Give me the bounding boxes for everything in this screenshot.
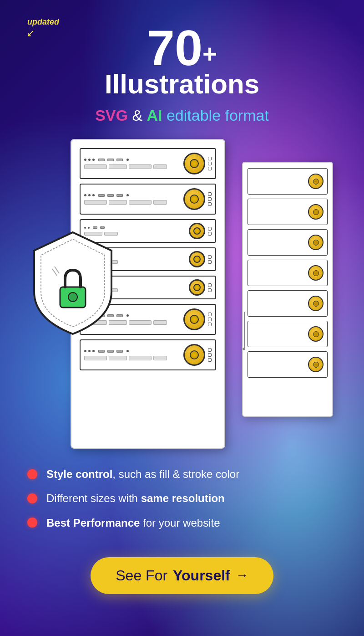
server-back-2 <box>248 199 328 225</box>
feature-rest-2a: Different sizes with <box>46 492 141 504</box>
back-disk-2 <box>308 204 324 220</box>
server-back-7 <box>248 351 328 378</box>
svg-point-1 <box>68 292 77 302</box>
cta-label-normal: See For <box>116 567 167 584</box>
title-illustrations: Illustrations <box>27 68 337 100</box>
feature-text-2: Different sizes with same resolution <box>46 491 225 505</box>
server-unit-2 <box>80 184 216 215</box>
disk-icon-5 <box>189 279 205 296</box>
back-disk-1 <box>308 174 324 189</box>
updated-label: updated <box>27 17 59 27</box>
subtitle-rest: editable format <box>162 107 269 124</box>
shield-icon <box>23 226 123 339</box>
feature-item-3: Best Performance for your website <box>27 516 337 530</box>
disk-icon-3 <box>189 223 205 239</box>
feature-rest-1: , such as fill & stroke color <box>112 468 239 480</box>
subtitle-and: & <box>128 107 147 124</box>
back-disk-6 <box>308 326 324 342</box>
bullet-3 <box>27 518 37 528</box>
disk-icon-2 <box>183 188 205 210</box>
bullet-2 <box>27 493 37 503</box>
illustration-area <box>0 134 364 453</box>
subtitle: SVG & AI editable format <box>27 105 337 125</box>
shield-container <box>23 226 123 341</box>
server-unit-1 <box>80 148 216 179</box>
server-back-4 <box>248 260 328 286</box>
feature-bold-1: Style control <box>46 468 112 480</box>
updated-arrow-icon: ↙ <box>26 27 35 39</box>
title-plus: + <box>202 40 217 68</box>
bullet-1 <box>27 469 37 479</box>
cta-label-bold: Yourself <box>173 567 230 584</box>
feature-item-1: Style control, such as fill & stroke col… <box>27 467 337 481</box>
cta-arrow-icon: → <box>236 568 248 583</box>
back-disk-3 <box>308 235 324 250</box>
server-card-back <box>242 162 333 417</box>
subtitle-ai: AI <box>147 107 162 124</box>
page-content: updated ↙ 70+ Illustrations SVG & AI edi… <box>0 0 364 636</box>
feature-rest-3: for your website <box>140 517 220 529</box>
feature-text-3: Best Performance for your website <box>46 516 220 530</box>
disk-icon-6 <box>183 308 205 330</box>
back-disk-7 <box>308 357 324 372</box>
disk-icon-7 <box>183 344 205 366</box>
feature-bold-2: same resolution <box>141 492 225 504</box>
server-back-3 <box>248 229 328 256</box>
feature-item-2: Different sizes with same resolution <box>27 491 337 505</box>
feature-bold-3: Best Performance <box>46 517 140 529</box>
server-back-1 <box>248 168 328 195</box>
connector-line <box>244 312 245 349</box>
server-unit-7 <box>80 339 216 370</box>
title-number: 70 <box>147 23 202 73</box>
back-disk-5 <box>308 296 324 311</box>
server-back-6 <box>248 321 328 347</box>
features-list: Style control, such as fill & stroke col… <box>0 453 364 530</box>
back-disk-4 <box>308 265 324 281</box>
feature-text-1: Style control, such as fill & stroke col… <box>46 467 239 481</box>
cta-button[interactable]: See For Yourself → <box>91 557 273 594</box>
disk-icon-4 <box>189 251 205 267</box>
subtitle-svg: SVG <box>95 107 128 124</box>
server-back-5 <box>248 290 328 317</box>
cta-area: See For Yourself → <box>91 557 273 594</box>
main-title: 70+ Illustrations <box>27 23 337 100</box>
disk-icon-1 <box>183 153 205 174</box>
header-section: updated ↙ 70+ Illustrations SVG & AI edi… <box>0 0 364 130</box>
